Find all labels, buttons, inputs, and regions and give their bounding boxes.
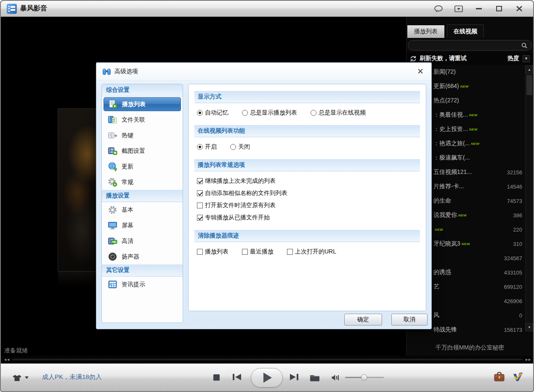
sidebar-item-file-association[interactable]: 文件关联 <box>102 112 183 128</box>
checkbox-option[interactable]: 专辑播放从已播文件开始 <box>197 214 270 221</box>
ok-button[interactable]: 确定 <box>344 314 382 325</box>
tab-playlist[interactable]: 播放列表 <box>407 25 444 38</box>
checkbox-mark[interactable] <box>197 203 203 208</box>
new-badge: NEW <box>460 85 469 88</box>
close-button[interactable] <box>515 5 524 13</box>
sidebar-item-label: 常规 <box>122 179 133 186</box>
search-bar[interactable] <box>408 40 532 51</box>
checkbox-mark[interactable] <box>197 249 203 255</box>
app-logo-icon <box>7 4 17 14</box>
option-label: 上次打开的URL <box>295 248 336 256</box>
sidebar-item-general[interactable]: 常规 <box>102 174 183 190</box>
general-icon <box>108 177 117 187</box>
list-item-title: 艺 <box>433 283 439 291</box>
sidebar-item-screen[interactable]: 屏幕 <box>102 218 183 233</box>
checkbox-option[interactable]: 上次打开的URL <box>287 248 336 256</box>
radio-option[interactable]: 总是显示在线视频 <box>311 109 366 117</box>
list-item-heat-value: 156173 <box>504 327 522 333</box>
sidebar-item-label: 截图设置 <box>122 147 145 155</box>
sidebar-item-update[interactable]: 更新 <box>102 159 183 174</box>
option-label: 继续播放上次未完成的列表 <box>205 177 276 185</box>
radio-option[interactable]: 开启 <box>197 143 217 151</box>
search-input[interactable] <box>412 42 521 48</box>
panel-toggle-icon[interactable] <box>454 5 463 13</box>
radio-mark[interactable] <box>311 110 316 116</box>
checkbox-option[interactable]: 继续播放上次未完成的列表 <box>197 177 276 185</box>
new-badge: NEW <box>462 242 470 246</box>
maximize-button[interactable] <box>494 5 504 13</box>
radio-option[interactable]: 关闭 <box>230 143 250 151</box>
sort-dropdown-icon[interactable]: ▼ <box>523 55 530 62</box>
sidebar-item-screenshot[interactable]: 截图设置 <box>102 143 183 159</box>
refresh-status[interactable]: 刷新失败，请重试 <box>420 55 467 62</box>
ticker-text[interactable]: 千万白领MM的办公室秘密 <box>406 340 533 356</box>
favorites-check-icon[interactable] <box>513 372 523 382</box>
forward-icon[interactable]: ►► <box>525 357 531 362</box>
option-label: 开启 <box>205 143 217 151</box>
volume-thumb[interactable] <box>361 374 367 381</box>
scroll-up-icon[interactable]: ▲ <box>526 65 533 74</box>
radio-option[interactable]: 总是显示播放列表 <box>242 109 297 117</box>
checkbox-option[interactable]: 播放列表 <box>197 248 228 256</box>
volume-slider[interactable] <box>345 377 384 378</box>
sort-label[interactable]: 热度 <box>507 55 519 62</box>
scroll-thumb[interactable] <box>526 75 532 95</box>
list-item-title: 的诱惑 <box>433 269 451 276</box>
option-label: 自动添加相似名称的文件到列表 <box>205 189 287 197</box>
content-section-header: 清除播放器痕迹 <box>194 230 420 242</box>
new-badge: NEW <box>469 113 478 117</box>
volume-icon[interactable] <box>332 374 340 381</box>
seek-track[interactable] <box>12 359 522 360</box>
checkbox-mark[interactable] <box>197 190 203 196</box>
stop-button[interactable] <box>213 374 220 381</box>
sidebar-item-speaker[interactable]: 扬声器 <box>102 249 183 264</box>
scroll-down-icon[interactable]: ▼ <box>526 323 533 331</box>
checkbox-option[interactable]: 打开新文件时清空原有列表 <box>197 202 276 209</box>
search-icon[interactable] <box>521 43 527 48</box>
list-item-heat-value: 0 <box>519 312 522 319</box>
tab-online-video[interactable]: 在线视频 <box>447 24 484 38</box>
sidebar-item-hd[interactable]: HD高清 <box>102 233 183 249</box>
sidebar-item-label: 热键 <box>122 132 133 139</box>
list-item-title: 风 <box>433 312 439 319</box>
scrollbar[interactable]: ▲ ▼ <box>525 65 533 331</box>
promo-link[interactable]: 成人PK，未满18勿入 <box>42 373 102 381</box>
skin-dropdown-icon[interactable] <box>25 376 29 379</box>
skin-icon[interactable] <box>13 374 21 381</box>
sidebar-item-basic[interactable]: 基本 <box>102 202 183 218</box>
list-item-heat-value: 310 <box>513 241 522 247</box>
open-folder-button[interactable] <box>310 374 320 381</box>
advanced-options-dialog: 高级选项 ✕ 综合设置播放列表文件关联C+热键截图设置更新常规播放设置基本屏幕H… <box>96 62 432 329</box>
checkbox-mark[interactable] <box>197 215 203 221</box>
option-row: 播放列表最近播放上次打开的URL <box>194 242 421 258</box>
sidebar-item-news[interactable]: 资讯提示 <box>102 277 183 292</box>
radio-mark[interactable] <box>197 144 203 150</box>
next-button[interactable] <box>290 373 299 381</box>
dialog-close-icon[interactable]: ✕ <box>415 67 425 77</box>
dialog-content: 显示方式自动记忆总是显示播放列表总是显示在线视频在线视频列表功能开启关闭播放列表… <box>188 84 426 311</box>
sidebar-item-hotkey[interactable]: C+热键 <box>102 128 183 143</box>
volume-track[interactable] <box>345 377 384 378</box>
binoculars-icon <box>102 67 111 76</box>
feedback-bubble-icon[interactable] <box>434 5 443 13</box>
radio-mark[interactable] <box>242 110 248 116</box>
list-item-heat-value: 220 <box>513 227 522 233</box>
sidebar-item-playlist[interactable]: 播放列表 <box>104 97 181 111</box>
option-label: 总是显示在线视频 <box>319 109 366 117</box>
refresh-icon[interactable] <box>410 56 417 62</box>
cancel-button[interactable]: 取消 <box>391 314 428 325</box>
checkbox-mark[interactable] <box>242 249 248 255</box>
checkbox-option[interactable]: 最近播放 <box>242 248 274 256</box>
play-button[interactable] <box>251 368 283 387</box>
rewind-icon[interactable]: ◄◄ <box>3 357 9 362</box>
checkbox-mark[interactable] <box>287 249 293 255</box>
option-row: 开启关闭 <box>194 137 421 153</box>
checkbox-option[interactable]: 自动添加相似名称的文件到列表 <box>197 189 287 197</box>
radio-option[interactable]: 自动记忆 <box>197 109 228 117</box>
radio-mark[interactable] <box>230 144 236 150</box>
radio-mark[interactable] <box>197 110 203 116</box>
minimize-button[interactable] <box>474 5 484 13</box>
toolbox-icon[interactable] <box>494 372 505 382</box>
previous-button[interactable] <box>232 373 242 381</box>
checkbox-mark[interactable] <box>197 178 203 184</box>
